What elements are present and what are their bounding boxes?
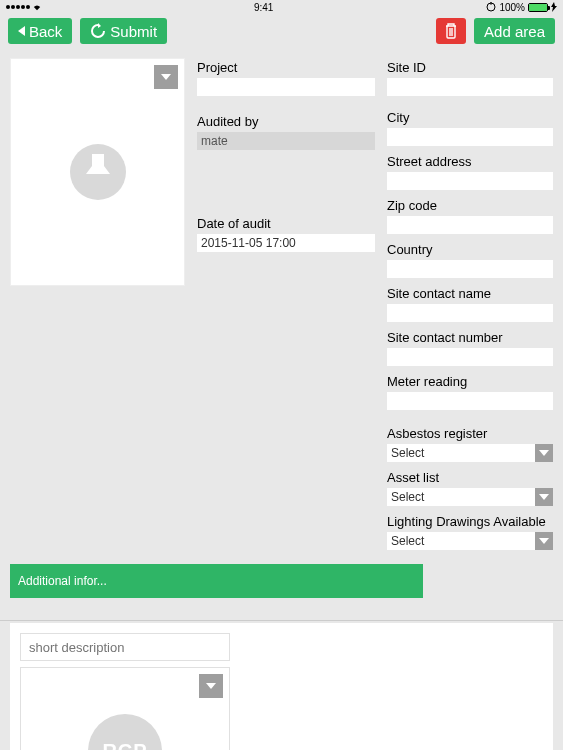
rcp-label: RCP	[102, 740, 147, 751]
country-input[interactable]	[387, 260, 553, 278]
status-time: 9:41	[254, 2, 273, 13]
zip-input[interactable]	[387, 216, 553, 234]
asset-list-value[interactable]	[387, 488, 535, 506]
asset-list-dropdown-button[interactable]	[535, 488, 553, 506]
asbestos-select[interactable]	[387, 444, 553, 462]
divider	[0, 620, 563, 621]
project-label: Project	[197, 58, 375, 76]
asbestos-dropdown-button[interactable]	[535, 444, 553, 462]
city-label: City	[387, 108, 553, 126]
back-label: Back	[29, 23, 62, 40]
status-right: 100%	[486, 2, 557, 13]
photo-menu-button[interactable]	[154, 65, 178, 89]
chevron-down-icon	[539, 494, 549, 500]
contact-number-label: Site contact number	[387, 328, 553, 346]
chevron-down-icon	[539, 538, 549, 544]
submit-label: Submit	[110, 23, 157, 40]
charging-icon	[551, 2, 557, 12]
battery-pct: 100%	[499, 2, 525, 13]
rcp-menu-button[interactable]	[199, 674, 223, 698]
project-input[interactable]	[197, 78, 375, 96]
site-id-label: Site ID	[387, 58, 553, 76]
rcp-upload-box[interactable]: RCP	[20, 667, 230, 750]
asset-list-label: Asset list	[387, 468, 553, 486]
audited-by-label: Audited by	[197, 112, 375, 130]
back-button[interactable]: Back	[8, 18, 72, 44]
meter-input[interactable]	[387, 392, 553, 410]
additional-info-bar[interactable]: Additional infor...	[10, 564, 423, 598]
date-label: Date of audit	[197, 214, 375, 232]
street-input[interactable]	[387, 172, 553, 190]
signal-dots-icon	[6, 5, 30, 9]
col-left	[10, 58, 185, 550]
contact-name-input[interactable]	[387, 304, 553, 322]
delete-button[interactable]	[436, 18, 466, 44]
street-label: Street address	[387, 152, 553, 170]
status-bar: 9:41 100%	[0, 0, 563, 14]
chevron-down-icon	[206, 683, 216, 689]
city-input[interactable]	[387, 128, 553, 146]
asbestos-label: Asbestos register	[387, 424, 553, 442]
add-area-button[interactable]: Add area	[474, 18, 555, 44]
meter-label: Meter reading	[387, 372, 553, 390]
short-description-input[interactable]	[20, 633, 230, 661]
submit-button[interactable]: Submit	[80, 18, 167, 44]
refresh-icon	[90, 23, 106, 39]
chevron-left-icon	[18, 26, 25, 36]
asbestos-value[interactable]	[387, 444, 535, 462]
photo-upload-box[interactable]	[10, 58, 185, 286]
contact-name-label: Site contact name	[387, 284, 553, 302]
add-area-label: Add area	[484, 23, 545, 40]
status-left	[6, 3, 41, 11]
chevron-down-icon	[161, 74, 171, 80]
contact-number-input[interactable]	[387, 348, 553, 366]
area-card: RCP	[10, 623, 553, 750]
rotation-lock-icon	[486, 2, 496, 12]
col-right: Site ID City Street address Zip code Cou…	[387, 58, 553, 550]
country-label: Country	[387, 240, 553, 258]
lighting-dropdown-button[interactable]	[535, 532, 553, 550]
lighting-label: Lighting Drawings Available	[387, 512, 553, 530]
audited-by-input[interactable]	[197, 132, 375, 150]
toolbar: Back Submit Add area	[0, 14, 563, 50]
chevron-down-icon	[539, 450, 549, 456]
battery-icon	[528, 3, 548, 12]
rcp-placeholder-icon: RCP	[88, 714, 162, 750]
date-input[interactable]	[197, 234, 375, 252]
col-mid: Project Audited by Date of audit	[197, 58, 375, 550]
trash-icon	[444, 23, 458, 39]
asset-list-select[interactable]	[387, 488, 553, 506]
lighting-select[interactable]	[387, 532, 553, 550]
site-id-input[interactable]	[387, 78, 553, 96]
wifi-icon	[33, 3, 41, 11]
zip-label: Zip code	[387, 196, 553, 214]
lighting-value[interactable]	[387, 532, 535, 550]
form-area: Project Audited by Date of audit Site ID…	[0, 50, 563, 550]
upload-icon	[70, 144, 126, 200]
